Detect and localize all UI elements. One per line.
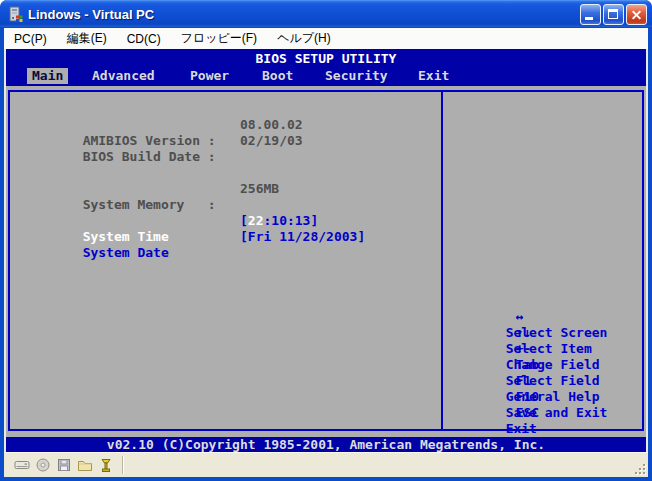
system-time-rest: :10:13] <box>263 213 318 228</box>
bios-screen: BIOS SETUP UTILITY Main Advanced Power B… <box>4 49 648 452</box>
resize-grip-icon[interactable] <box>634 463 647 476</box>
help-general-help: F1 General Help <box>443 357 643 373</box>
tab-security[interactable]: Security <box>325 68 388 84</box>
close-icon[interactable] <box>626 4 647 25</box>
virtual-pc-app-icon <box>7 6 23 22</box>
menu-cd[interactable]: CD(C) <box>121 30 167 48</box>
help-action: Exit <box>506 421 537 436</box>
tab-power[interactable]: Power <box>190 68 229 84</box>
system-time-open-bracket: [ <box>240 213 248 228</box>
menu-pc[interactable]: PC(P) <box>8 30 53 48</box>
system-time-hours-selected[interactable]: 22 <box>248 213 264 228</box>
tab-exit[interactable]: Exit <box>418 68 449 84</box>
menu-floppy[interactable]: フロッピー(F) <box>175 28 263 49</box>
bios-build-date-value: 02/19/03 <box>240 133 303 149</box>
menu-help[interactable]: ヘルプ(H) <box>271 28 337 49</box>
cd-icon[interactable] <box>35 457 51 473</box>
network-icon[interactable] <box>98 457 114 473</box>
floppy-icon[interactable] <box>56 457 72 473</box>
status-bar <box>4 452 648 477</box>
system-memory-label: System Memory : <box>83 197 216 212</box>
esc-key: ESC <box>506 405 564 421</box>
maximize-icon[interactable] <box>603 4 624 25</box>
tab-main[interactable]: Main <box>27 68 68 84</box>
virtual-pc-window: Lindows - Virtual PC PC(P) 編集(E) CD(C) フ… <box>0 0 652 481</box>
bios-title: BIOS SETUP UTILITY <box>6 51 646 67</box>
system-time-row[interactable]: System Time [22:10:13] <box>20 213 435 229</box>
menu-bar: PC(P) 編集(E) CD(C) フロッピー(F) ヘルプ(H) <box>4 28 648 49</box>
help-select-item: ↑↓ Select Item <box>443 309 643 325</box>
amibios-version-value: 08.00.02 <box>240 117 303 133</box>
tab-boot[interactable]: Boot <box>262 68 293 84</box>
amibios-version-row: AMIBIOS Version : 08.00.02 <box>20 117 435 133</box>
system-time-value[interactable]: [22:10:13] <box>240 213 318 229</box>
hard-disk-icon[interactable] <box>14 457 30 473</box>
system-memory-row: System Memory : 256MB <box>20 181 435 197</box>
tab-advanced[interactable]: Advanced <box>92 68 155 84</box>
menu-edit[interactable]: 編集(E) <box>61 28 113 49</box>
window-title: Lindows - Virtual PC <box>28 7 154 22</box>
help-exit: ESC Exit <box>443 389 643 405</box>
help-select-field: Tab Select Field <box>443 341 643 357</box>
system-date-label: System Date <box>83 245 169 260</box>
bios-banner: BIOS SETUP UTILITY Main Advanced Power B… <box>6 49 646 86</box>
bios-build-date-row: BIOS Build Date : 02/19/03 <box>20 133 435 149</box>
help-save-and-exit: F10 Save and Exit <box>443 373 643 389</box>
system-memory-value: 256MB <box>240 181 279 197</box>
help-select-screen: ↔ Select Screen <box>443 293 643 309</box>
window-controls <box>580 4 652 25</box>
system-date-row[interactable]: System Date [Fri 11/28/2003] <box>20 229 435 245</box>
system-date-value[interactable]: [Fri 11/28/2003] <box>240 229 365 245</box>
minimize-icon[interactable] <box>580 4 601 25</box>
bios-build-date-label: BIOS Build Date : <box>83 149 216 164</box>
bios-panels: AMIBIOS Version : 08.00.02 BIOS Build Da… <box>8 90 644 431</box>
title-bar[interactable]: Lindows - Virtual PC <box>0 0 652 28</box>
statusbar-separator <box>122 456 124 474</box>
help-change-field: +- Change Field <box>443 325 643 341</box>
folder-icon[interactable] <box>77 457 93 473</box>
bios-copyright-bar: v02.10 (C)Copyright 1985-2001, American … <box>6 437 646 452</box>
